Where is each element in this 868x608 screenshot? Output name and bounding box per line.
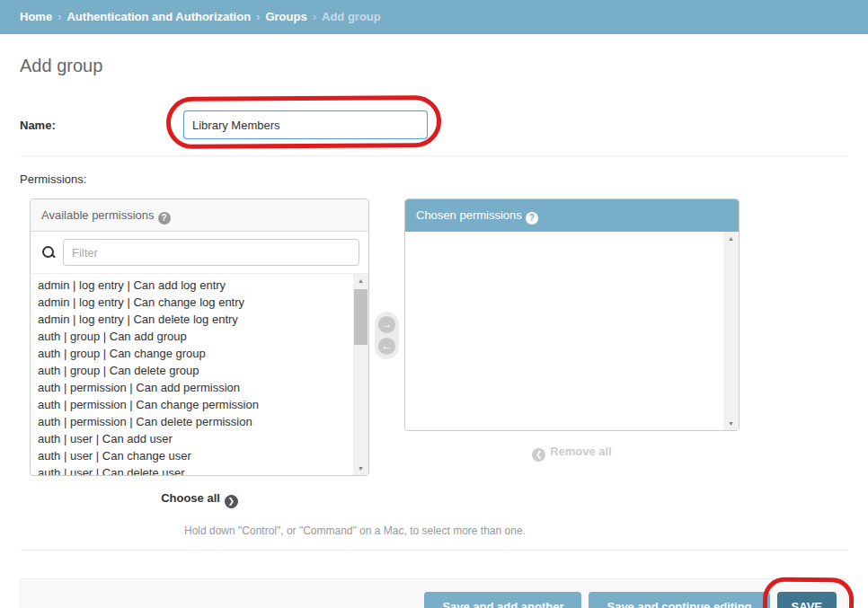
available-permissions-list[interactable]: admin | log entry | Can add log entryadm… — [31, 274, 368, 475]
scroll-down-icon[interactable]: ▼ — [353, 462, 368, 475]
chevron-left-icon: ❮ — [532, 448, 545, 462]
remove-all-label: Remove all — [550, 445, 612, 458]
remove-all-link[interactable]: ❮Remove all — [404, 445, 740, 462]
permission-option[interactable]: auth | user | Can delete user — [38, 464, 349, 475]
permissions-selector: Available permissions? admin | log entry… — [30, 198, 848, 508]
help-icon[interactable]: ? — [526, 212, 538, 225]
name-input[interactable] — [183, 110, 428, 139]
submit-row: Save and add another Save and continue e… — [20, 578, 848, 608]
available-list-scrollbar[interactable]: ▲ ▼ — [353, 274, 368, 475]
available-permissions-header: Available permissions? — [31, 199, 368, 232]
selector-help-text: Hold down "Control", or "Command" on a M… — [184, 524, 848, 537]
permission-option[interactable]: auth | permission | Can delete permissio… — [38, 413, 349, 430]
add-selected-button[interactable]: → — [378, 316, 395, 333]
permission-option[interactable]: auth | group | Can change group — [38, 345, 349, 362]
scroll-up-icon[interactable]: ▲ — [353, 274, 368, 287]
permission-option[interactable]: auth | group | Can delete group — [38, 362, 349, 379]
chosen-list-scrollbar[interactable]: ▲ ▼ — [723, 232, 739, 430]
option-list-items: admin | log entry | Can add log entryadm… — [38, 277, 349, 475]
content: Add group Name: Permissions: Available p… — [0, 34, 868, 608]
permission-option[interactable]: auth | permission | Can add permission — [38, 379, 349, 396]
save-and-add-another-button[interactable]: Save and add another — [424, 592, 581, 608]
permissions-label: Permissions: — [20, 172, 848, 186]
name-form-row: Name: — [20, 100, 848, 156]
chosen-permissions-column: Chosen permissions? ▲ ▼ ❮Remove all — [404, 198, 740, 462]
filter-row — [31, 232, 368, 274]
permission-option[interactable]: auth | user | Can change user — [38, 447, 349, 464]
permissions-section: Permissions: Available permissions? adm — [20, 156, 848, 551]
breadcrumb-current: Add group — [322, 10, 381, 23]
permission-option[interactable]: admin | log entry | Can delete log entry — [38, 311, 349, 328]
chosen-permissions-title: Chosen permissions — [416, 208, 522, 222]
permission-option[interactable]: auth | permission | Can change permissio… — [38, 396, 349, 413]
available-permissions-title: Available permissions — [41, 208, 155, 222]
breadcrumb-auth-link[interactable]: Authentication and Authorization — [66, 10, 251, 23]
section-divider — [20, 550, 848, 551]
remove-selected-button[interactable]: ← — [378, 338, 395, 355]
available-permissions-box: Available permissions? admin | log entry… — [30, 198, 369, 476]
permission-option[interactable]: auth | group | Can add group — [38, 328, 349, 345]
save-button[interactable]: SAVE — [777, 592, 837, 608]
permission-option[interactable]: admin | log entry | Can change log entry — [38, 294, 349, 311]
breadcrumb-groups-link[interactable]: Groups — [265, 10, 306, 23]
permission-option[interactable]: admin | log entry | Can add log entry — [38, 277, 349, 294]
available-permissions-column: Available permissions? admin | log entry… — [30, 198, 369, 508]
save-button-wrap: SAVE — [777, 592, 837, 608]
save-and-continue-editing-button[interactable]: Save and continue editing — [589, 592, 769, 608]
scroll-up-icon[interactable]: ▲ — [723, 232, 739, 245]
breadcrumb-separator: › — [58, 10, 61, 23]
chosen-permissions-box: Chosen permissions? ▲ ▼ — [404, 198, 740, 431]
breadcrumb-separator: › — [313, 10, 316, 23]
scroll-down-icon[interactable]: ▼ — [723, 417, 739, 430]
choose-all-label: Choose all — [161, 491, 220, 505]
filter-input[interactable] — [63, 239, 359, 266]
scrollbar-thumb[interactable] — [354, 289, 368, 345]
selector-middle: → ← — [369, 198, 404, 359]
add-group-page: Home›Authentication and Authorization›Gr… — [0, 0, 868, 608]
breadcrumb-home-link[interactable]: Home — [20, 10, 52, 23]
name-input-wrap — [183, 110, 428, 139]
name-label: Name: — [20, 119, 183, 132]
breadcrumb: Home›Authentication and Authorization›Gr… — [0, 0, 868, 34]
page-title: Add group — [20, 56, 848, 76]
selector-arrow-pill: → ← — [375, 312, 399, 359]
chosen-permissions-list[interactable]: ▲ ▼ — [405, 232, 739, 430]
chevron-right-icon: ❯ — [225, 495, 238, 508]
choose-all-link[interactable]: Choose all❯ — [30, 491, 369, 508]
breadcrumb-separator: › — [256, 10, 260, 23]
search-icon — [41, 245, 56, 260]
chosen-permissions-header: Chosen permissions? — [405, 199, 739, 232]
permission-option[interactable]: auth | user | Can add user — [38, 430, 349, 447]
help-icon[interactable]: ? — [158, 212, 171, 225]
